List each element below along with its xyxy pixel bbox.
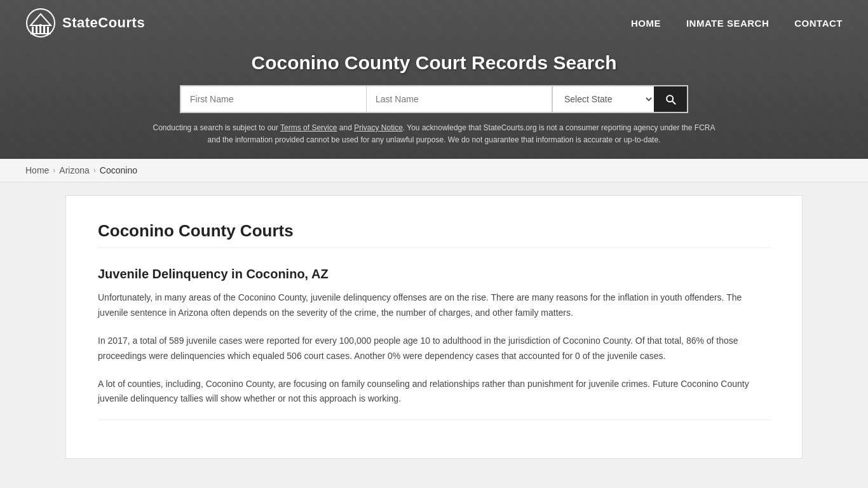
header: StateCourts HOME INMATE SEARCH CONTACT C… (0, 0, 868, 159)
svg-rect-2 (36, 25, 37, 33)
search-title: Coconino County Court Records Search (13, 52, 855, 74)
section1-paragraph2: In 2017, a total of 589 juvenile cases w… (98, 334, 770, 364)
logo-link[interactable]: StateCourts (25, 8, 145, 38)
logo-text: StateCourts (62, 15, 145, 31)
svg-marker-6 (31, 14, 51, 25)
terms-link[interactable]: Terms of Service (280, 123, 337, 132)
logo-icon (25, 8, 56, 38)
svg-rect-4 (43, 25, 45, 33)
header-content: StateCourts HOME INMATE SEARCH CONTACT C… (0, 0, 868, 159)
last-name-input[interactable] (367, 86, 552, 112)
svg-rect-5 (47, 27, 49, 33)
breadcrumb-sep-1: › (53, 166, 55, 175)
search-section: Coconino County Court Records Search Sel… (0, 46, 868, 159)
breadcrumb-state[interactable]: Arizona (59, 165, 89, 175)
breadcrumb: Home › Arizona › Coconino (0, 159, 868, 182)
content-card: Coconino County Courts Juvenile Delinque… (65, 195, 803, 459)
section1-paragraph1: Unfortunately, in many areas of the Coco… (98, 290, 770, 321)
section-divider (98, 419, 770, 420)
section1-heading: Juvenile Delinquency in Coconino, AZ (98, 267, 770, 281)
section1-paragraph3: A lot of counties, including, Coconino C… (98, 377, 770, 407)
breadcrumb-county: Coconino (100, 165, 137, 175)
breadcrumb-home[interactable]: Home (25, 165, 49, 175)
svg-rect-7 (31, 33, 51, 34)
search-bar: Select State Alabama Alaska Arizona Arka… (180, 85, 688, 113)
search-button[interactable] (654, 86, 687, 112)
state-select[interactable]: Select State Alabama Alaska Arizona Arka… (552, 86, 654, 112)
nav-inmate-search[interactable]: INMATE SEARCH (686, 18, 769, 29)
svg-rect-1 (32, 27, 34, 33)
navigation: StateCourts HOME INMATE SEARCH CONTACT (0, 0, 868, 46)
breadcrumb-sep-2: › (93, 166, 96, 175)
search-icon (664, 93, 677, 105)
first-name-input[interactable] (181, 86, 367, 112)
page-title: Coconino County Courts (98, 221, 770, 248)
disclaimer-text: Conducting a search is subject to our Te… (148, 122, 720, 146)
nav-contact[interactable]: CONTACT (794, 18, 843, 29)
nav-home[interactable]: HOME (631, 18, 661, 29)
nav-links: HOME INMATE SEARCH CONTACT (631, 18, 843, 29)
privacy-link[interactable]: Privacy Notice (354, 123, 403, 132)
main-content-area: Coconino County Courts Juvenile Delinque… (0, 195, 868, 459)
